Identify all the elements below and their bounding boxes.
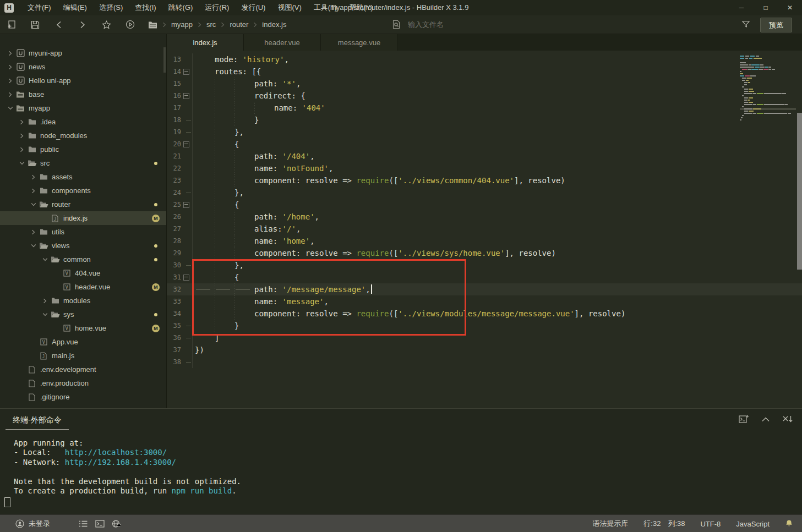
chevron-down-icon[interactable] (29, 202, 38, 207)
tree-item-node_modules[interactable]: node_modules (0, 129, 166, 142)
tree-item-404.vue[interactable]: V404.vue (0, 266, 166, 280)
tree-item-myapp[interactable]: myapp (0, 101, 166, 115)
fold-marker-icon[interactable] (181, 90, 191, 102)
tree-item-label: myuni-app (29, 49, 62, 57)
menu-item[interactable]: 查找(I) (129, 0, 162, 15)
menu-item[interactable]: 发行(U) (235, 0, 271, 15)
bell-icon[interactable] (785, 519, 793, 528)
menu-item[interactable]: 视图(V) (271, 0, 307, 15)
new-file-icon[interactable] (7, 20, 17, 30)
tab-header.vue[interactable]: header.vue (244, 34, 321, 51)
chevron-right-icon[interactable] (40, 298, 50, 304)
chevron-right-icon[interactable] (29, 229, 38, 235)
maximize-button[interactable]: □ (754, 0, 778, 15)
chevron-down-icon[interactable] (29, 243, 38, 248)
tree-item-header.vue[interactable]: Vheader.vueM (0, 280, 166, 294)
menu-item[interactable]: 跳转(G) (162, 0, 199, 15)
syntax-lib-label[interactable]: 语法提示库 (592, 519, 628, 529)
chevron-right-icon[interactable] (6, 78, 15, 84)
tree-item-components[interactable]: components (0, 184, 166, 198)
login-status[interactable]: 未登录 (15, 519, 50, 529)
menu-item[interactable]: 运行(R) (199, 0, 235, 15)
tree-item-assets[interactable]: assets (0, 170, 166, 184)
tab-message.vue[interactable]: message.vue (321, 34, 398, 51)
favorite-icon[interactable] (101, 20, 111, 30)
tree-item-public[interactable]: public (0, 142, 166, 156)
tree-item-common[interactable]: common (0, 253, 166, 266)
breadcrumb-item[interactable]: src (206, 20, 216, 29)
editor-scrollbar[interactable] (797, 113, 802, 270)
tree-item-sys[interactable]: sys (0, 308, 166, 321)
search-input[interactable] (407, 20, 640, 29)
tree-item-.env.development[interactable]: .env.development (0, 363, 166, 376)
menu-item[interactable]: 编辑(E) (57, 0, 93, 15)
menu-item[interactable]: 选择(S) (93, 0, 129, 15)
terminal-icon[interactable] (95, 520, 105, 528)
breadcrumb-item[interactable]: index.js (262, 20, 286, 29)
code-line-29: 29component: resolve => require(['../vie… (167, 247, 802, 259)
code-line-16: 16redirect: { (167, 90, 802, 102)
sidebar-scrollbar[interactable] (163, 47, 166, 73)
tree-item-Hello uni-app[interactable]: Hello uni-app (0, 74, 166, 87)
tree-item-main.js[interactable]: Jmain.js (0, 349, 166, 363)
code-area[interactable]: 13mode: 'history',14routes: [{15path: '*… (167, 51, 802, 408)
fold-marker-icon[interactable] (181, 199, 191, 211)
encoding-label[interactable]: UTF-8 (700, 520, 721, 528)
tree-item-views[interactable]: views (0, 239, 166, 253)
terminal-line: App running at: (14, 438, 241, 448)
chevron-right-icon[interactable] (6, 51, 15, 56)
chevron-down-icon[interactable] (6, 106, 15, 111)
fold-marker-icon[interactable] (181, 271, 191, 283)
breadcrumb-item[interactable]: router (230, 20, 248, 29)
fold-marker-icon[interactable] (181, 65, 191, 78)
list-icon[interactable] (79, 520, 88, 528)
minimize-button[interactable]: ─ (729, 0, 754, 15)
toolbar-icons (7, 20, 135, 30)
new-terminal-icon[interactable] (739, 414, 749, 424)
chevron-right-icon[interactable] (17, 147, 26, 152)
back-icon[interactable] (54, 20, 64, 30)
tree-item-index.js[interactable]: Jindex.jsM (0, 211, 166, 225)
language-mode-label[interactable]: JavaScript (736, 520, 770, 528)
chevron-down-icon[interactable] (17, 161, 26, 166)
network-icon[interactable] (112, 520, 121, 528)
terminal-tab[interactable]: 终端-外部命令 (6, 415, 69, 430)
chevron-right-icon[interactable] (6, 64, 15, 70)
tree-item-router[interactable]: router (0, 198, 166, 211)
tree-item-home.vue[interactable]: Vhome.vueM (0, 321, 166, 335)
tree-item-modules[interactable]: modules (0, 294, 166, 308)
chevron-right-icon[interactable] (29, 174, 38, 180)
chevron-right-icon[interactable] (6, 92, 15, 97)
chevron-right-icon[interactable] (17, 133, 26, 139)
breadcrumb-separator (162, 22, 167, 28)
code-text: } (193, 114, 802, 126)
chevron-down-icon[interactable] (40, 312, 50, 317)
tree-item-utils[interactable]: utils (0, 225, 166, 239)
chevron-right-icon[interactable] (17, 119, 26, 125)
cursor-position[interactable]: 行:32 列:38 (643, 519, 685, 529)
collapse-icon[interactable] (761, 416, 770, 422)
chevron-right-icon[interactable] (29, 188, 38, 194)
filter-icon[interactable] (741, 20, 750, 29)
breadcrumb-item[interactable]: myapp (171, 20, 193, 29)
menu-item[interactable]: 文件(F) (21, 0, 57, 15)
chevron-down-icon[interactable] (40, 257, 50, 262)
close-button[interactable]: ✕ (778, 0, 802, 15)
minimap[interactable] (740, 55, 796, 128)
tree-item-news[interactable]: news (0, 60, 166, 74)
tab-index.js[interactable]: index.js (167, 34, 244, 51)
tree-item-myuni-app[interactable]: myuni-app (0, 46, 166, 60)
preview-button[interactable]: 预览 (760, 18, 792, 32)
tree-item-.idea[interactable]: .idea (0, 115, 166, 129)
tree-item-src[interactable]: src (0, 156, 166, 170)
save-icon[interactable] (30, 20, 40, 30)
run-icon[interactable] (125, 20, 135, 30)
fold-marker-icon[interactable] (181, 138, 191, 150)
tree-item-.gitignore[interactable]: .gitignore (0, 390, 166, 404)
forward-icon[interactable] (78, 20, 88, 30)
close-panel-icon[interactable] (782, 415, 793, 423)
tree-item-base[interactable]: base (0, 87, 166, 101)
code-text: }, (193, 126, 802, 138)
tree-item-.env.production[interactable]: .env.production (0, 376, 166, 390)
tree-item-App.vue[interactable]: VApp.vue (0, 335, 166, 349)
